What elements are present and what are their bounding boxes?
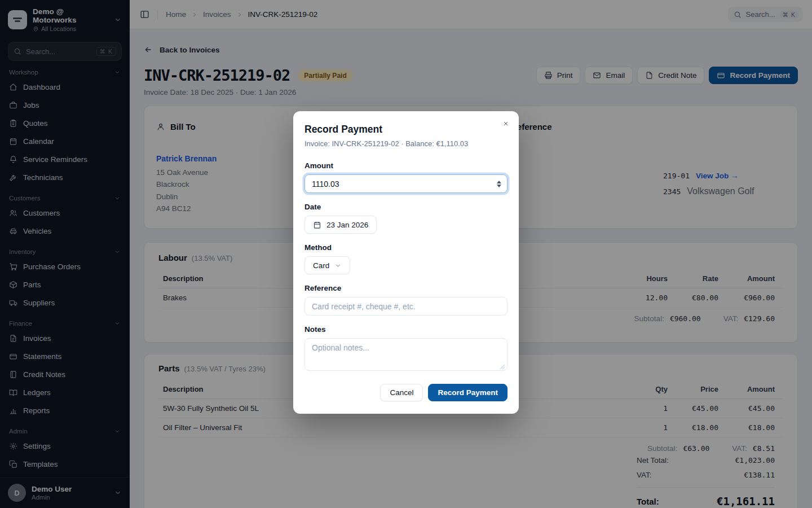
record-payment-modal: Record Payment Invoice: INV-CRK-251219-0… — [293, 111, 519, 414]
notes-label: Notes — [304, 325, 508, 334]
amount-stepper[interactable] — [497, 181, 501, 187]
record-payment-submit-button[interactable]: Record Payment — [428, 384, 508, 401]
modal-subtitle: Invoice: INV-CRK-251219-02 · Balance: €1… — [304, 139, 508, 148]
date-label: Date — [304, 203, 508, 211]
modal-title: Record Payment — [304, 124, 508, 135]
reference-input[interactable] — [304, 297, 508, 316]
notes-textarea[interactable] — [304, 338, 508, 371]
resize-handle[interactable] — [500, 364, 505, 370]
date-picker-button[interactable]: 23 Jan 2026 — [304, 216, 377, 234]
amount-label: Amount — [304, 161, 508, 170]
close-icon[interactable] — [501, 119, 510, 128]
calendar-icon — [313, 221, 321, 229]
chevron-down-icon — [334, 262, 342, 269]
method-label: Method — [304, 243, 508, 252]
cancel-button[interactable]: Cancel — [380, 384, 423, 401]
amount-input[interactable] — [304, 174, 508, 193]
reference-label: Reference — [304, 284, 508, 292]
method-select[interactable]: Card — [304, 256, 350, 274]
